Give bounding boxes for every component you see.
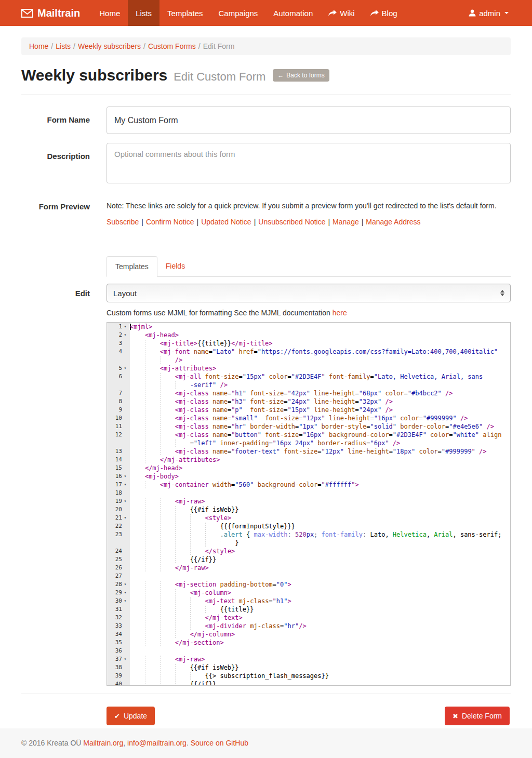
breadcrumb-weekly-subscribers[interactable]: Weekly subscribers [78, 42, 141, 50]
code-line: <mj-raw> [130, 497, 510, 506]
back-to-forms-button[interactable]: ←Back to forms [273, 69, 329, 82]
fold-toggle-icon[interactable]: ▾ [122, 597, 128, 605]
indent-guide [190, 597, 205, 605]
code-token: "Lato" [212, 348, 235, 355]
code-token: "#ffffff" [322, 481, 355, 488]
user-menu[interactable]: admin [461, 0, 516, 26]
code-token: = [404, 390, 408, 397]
nav-item-campaigns[interactable]: Campaigns [210, 0, 265, 26]
line-number: 20 [115, 506, 122, 514]
preview-link-manage-address[interactable]: Manage Address [366, 218, 420, 226]
indent-guide [175, 622, 190, 630]
indent [130, 331, 145, 339]
breadcrumb-home[interactable]: Home [29, 42, 48, 50]
code-token: inner-padding [220, 440, 269, 447]
code-line: </style> [130, 547, 510, 555]
fold-toggle-icon[interactable]: ▾ [122, 364, 128, 373]
nav-item-automation[interactable]: Automation [265, 0, 321, 26]
nav-item-templates[interactable]: Templates [159, 0, 210, 26]
code-token [475, 448, 479, 455]
fold-toggle-icon[interactable]: ▾ [122, 580, 128, 589]
brand-logo[interactable]: Mailtrain [21, 0, 91, 26]
indent-guide [175, 672, 190, 680]
code-token: = [269, 597, 272, 605]
preview-link-manage[interactable]: Manage [332, 218, 359, 226]
indent [130, 340, 145, 347]
code-token: <mj-body> [145, 473, 179, 480]
fold-toggle-icon[interactable]: ▾ [122, 481, 128, 489]
description-textarea[interactable] [107, 143, 511, 183]
footer-link-email[interactable]: info@mailtrain.org [127, 739, 187, 747]
nav-item-lists[interactable]: Lists [128, 0, 159, 26]
mjml-doc-link[interactable]: here [332, 309, 347, 317]
form-name-input[interactable] [107, 107, 511, 134]
update-button[interactable]: ✔Update [107, 707, 155, 725]
line-number: 35 [115, 639, 122, 647]
line-number: 25 [115, 555, 122, 564]
line-number: 32 [115, 614, 122, 622]
fold-toggle-icon[interactable]: ▾ [122, 589, 128, 597]
footer-link-mailtrain[interactable]: Mailtrain.org [83, 739, 123, 747]
fold-toggle-icon[interactable]: ▾ [122, 472, 128, 481]
preview-link-subscribe[interactable]: Subscribe [107, 218, 139, 226]
tab-fields[interactable]: Fields [157, 256, 193, 277]
indent-guide [160, 531, 175, 538]
indent-guide [145, 356, 160, 364]
nav-item-wiki[interactable]: Wiki [321, 0, 362, 26]
mjml-note-text: Custom forms use MJML for formatting See… [107, 309, 330, 317]
fold-toggle-icon[interactable]: ▾ [122, 497, 128, 506]
edit-template-select[interactable]: Layout [107, 284, 511, 302]
indent-guide [145, 656, 160, 663]
fold-toggle-icon[interactable]: ▾ [122, 323, 128, 331]
code-token: <mj-class [175, 448, 209, 455]
gutter-cell: 23 [107, 530, 130, 539]
nav-item-blog[interactable]: Blog [363, 0, 405, 26]
indent-guide [160, 564, 175, 571]
preview-link-unsubscribed-notice[interactable]: Unsubscribed Notice [258, 218, 325, 226]
delete-form-button[interactable]: ✖Delete Form [445, 707, 510, 725]
line-number: 5 [118, 364, 122, 373]
code-line: <mj-class name="footer-text" font-size="… [130, 447, 510, 456]
gutter-cell: 2▾ [107, 331, 130, 339]
nav-item-home[interactable]: Home [91, 0, 128, 26]
line-number: 12 [115, 431, 122, 439]
fold-toggle-icon[interactable]: ▾ [122, 655, 128, 663]
code-token [325, 431, 329, 438]
code-token [209, 390, 212, 397]
breadcrumb-custom-forms[interactable]: Custom Forms [148, 42, 196, 50]
code-line: {{title}} [130, 605, 510, 614]
breadcrumb-lists[interactable]: Lists [56, 42, 71, 50]
fold-toggle-icon[interactable]: ▾ [122, 514, 128, 522]
indent-guide [160, 381, 175, 389]
code-token: </mj-column> [190, 631, 235, 638]
code-token: /> [460, 415, 468, 422]
gutter-cell: 4 [107, 348, 130, 356]
code-token: {{#if isWeb}} [190, 664, 239, 671]
tab-templates[interactable]: Templates [107, 256, 157, 277]
gutter-cell: 22 [107, 522, 130, 530]
line-number: 17 [115, 481, 122, 489]
code-token: "24px" [359, 406, 381, 414]
indent-guide [175, 664, 190, 671]
code-line: <style> [130, 514, 510, 522]
gutter-cell: 10 [107, 414, 130, 422]
footer-link-github[interactable]: Source on GitHub [191, 739, 248, 747]
editor-code[interactable]: <mjml> <mj-head> <mj-title>{{title}}</mj… [130, 323, 510, 685]
indent-guide [145, 506, 160, 513]
indent-guide [145, 365, 160, 372]
fold-toggle-icon[interactable]: ▾ [122, 331, 128, 339]
indent-guide [175, 606, 190, 613]
code-token: , [427, 531, 434, 538]
breadcrumb: Home/Lists/Weekly subscribers/Custom For… [21, 37, 511, 55]
preview-link-updated-notice[interactable]: Updated Notice [201, 218, 251, 226]
indent-guide [145, 539, 160, 547]
code-token: <mj-class [175, 398, 209, 405]
select-value: Layout [113, 289, 137, 298]
code-line: <mj-class name="p" font-size="15px" line… [130, 406, 510, 414]
indent [130, 481, 145, 488]
gutter-cell: 21▾ [107, 514, 130, 522]
code-token [457, 415, 460, 422]
code-editor[interactable]: 1▾2▾345▾678910111213141516▾17▾1819▾2021▾… [107, 322, 511, 686]
line-number: 28 [115, 580, 122, 589]
preview-link-confirm-notice[interactable]: Confirm Notice [146, 218, 194, 226]
